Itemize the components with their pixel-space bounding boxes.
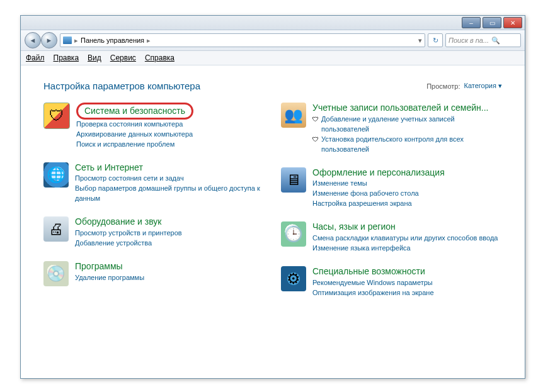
monitor-icon: 🖥 [281,167,306,193]
addr-dropdown-icon[interactable]: ▾ [418,36,422,45]
category-system-security: 🛡 Система и безопасность Проверка состоя… [43,103,265,150]
cat-head-network[interactable]: Сеть и Интернет [75,162,265,173]
accessibility-icon: ⚙ [281,266,306,291]
breadcrumb-sep: ▸ [147,36,151,45]
address-bar[interactable]: ▸ Панель управления ▸ ▾ [60,33,425,47]
printer-icon: 🖨 [43,216,69,242]
category-accounts: 👥 Учетные записи пользователей и семейн.… [281,103,502,155]
sublink[interactable]: Выбор параметров домашней группы и общег… [75,184,265,204]
cat-head-appearance[interactable]: Оформление и персонализация [312,167,502,178]
breadcrumb-sep: ▸ [74,36,78,45]
cat-head-programs[interactable]: Программы [75,261,265,272]
sublink[interactable]: Установка родительского контроля для все… [321,135,502,155]
close-button[interactable]: ✕ [503,17,522,28]
nav-back-button[interactable]: ◄ [25,32,41,48]
sublink[interactable]: Добавление и удаление учетных записей по… [321,115,502,135]
sublink[interactable]: Настройка разрешения экрана [312,199,502,209]
nav-forward-button[interactable]: ► [41,32,57,48]
sublink[interactable]: Архивирование данных компьютера [76,130,265,140]
sublink[interactable]: Поиск и исправление проблем [76,140,265,150]
cat-head-access[interactable]: Специальные возможности [312,266,502,277]
menu-view[interactable]: Вид [88,53,101,62]
category-programs: 💿 Программы Удаление программы [43,261,265,286]
category-network: 🌐 Сеть и Интернет Просмотр состояния сет… [43,162,265,204]
sublink[interactable]: Рекомендуемые Windows параметры [312,278,502,288]
menu-edit[interactable]: Правка [54,53,79,62]
search-icon: 🔍 [491,36,500,45]
menu-tools[interactable]: Сервис [110,53,136,62]
menu-file[interactable]: Файл [26,53,45,62]
category-clock: 🕒 Часы, язык и регион Смена раскладки кл… [281,221,502,254]
left-column: 🛡 Система и безопасность Проверка состоя… [43,103,265,298]
right-column: 👥 Учетные записи пользователей и семейн.… [281,103,502,298]
globe-icon: 🌐 [43,162,69,188]
page-title: Настройка параметров компьютера [43,81,200,91]
category-hardware: 🖨 Оборудование и звук Просмотр устройств… [43,216,265,249]
sublink[interactable]: Изменение языка интерфейса [312,244,502,254]
uac-shield-icon: 🛡 [312,135,319,144]
sublink[interactable]: Добавление устройства [75,238,265,249]
titlebar: – ▭ ✕ [21,16,525,30]
viewby-label: Просмотр: [426,82,460,90]
sublink[interactable]: Смена раскладки клавиатуры или других сп… [312,233,502,244]
chevron-down-icon: ▾ [498,82,502,89]
maximize-button[interactable]: ▭ [483,17,501,28]
menu-help[interactable]: Справка [145,53,174,62]
cat-head-clock[interactable]: Часы, язык и регион [312,221,502,232]
clock-icon: 🕒 [281,221,306,247]
category-access: ⚙ Специальные возможности Рекомендуемые … [281,266,502,298]
navbar: ◄ ► ▸ Панель управления ▸ ▾ ↻ Поиск в па… [21,30,525,51]
sublink[interactable]: Удаление программы [75,273,265,283]
sublink[interactable]: Оптимизация изображения на экране [312,288,502,298]
cat-head-hardware[interactable]: Оборудование и звук [75,216,265,227]
sublink[interactable]: Проверка состояния компьютера [76,120,265,130]
disc-icon: 💿 [43,261,69,286]
minimize-button[interactable]: – [462,17,481,28]
window: – ▭ ✕ ◄ ► ▸ Панель управления ▸ ▾ ↻ Поис… [20,15,525,379]
breadcrumb-root[interactable]: Панель управления [81,36,144,44]
control-panel-icon [63,36,72,44]
viewby-dropdown[interactable]: Категория ▾ [464,82,503,90]
sublink[interactable]: Просмотр состояния сети и задач [75,174,265,184]
search-placeholder: Поиск в па... [449,36,489,44]
cat-head-system-security[interactable]: Система и безопасность [84,106,185,116]
search-input[interactable]: Поиск в па... 🔍 [445,33,521,47]
content-area: Настройка параметров компьютера Просмотр… [21,65,525,379]
highlight-oval: Система и безопасность [76,103,193,120]
users-icon: 👥 [281,103,306,128]
uac-shield-icon: 🛡 [312,115,319,124]
sublink[interactable]: Просмотр устройств и принтеров [75,228,265,238]
sublink[interactable]: Изменение фона рабочего стола [312,189,502,199]
menubar: Файл Правка Вид Сервис Справка [21,51,525,65]
shield-icon: 🛡 [43,103,70,129]
viewby: Просмотр: Категория ▾ [426,82,502,90]
refresh-button[interactable]: ↻ [428,33,443,47]
sublink[interactable]: Изменение темы [312,179,502,189]
cat-head-accounts[interactable]: Учетные записи пользователей и семейн... [312,103,502,113]
category-appearance: 🖥 Оформление и персонализация Изменение … [281,167,502,210]
